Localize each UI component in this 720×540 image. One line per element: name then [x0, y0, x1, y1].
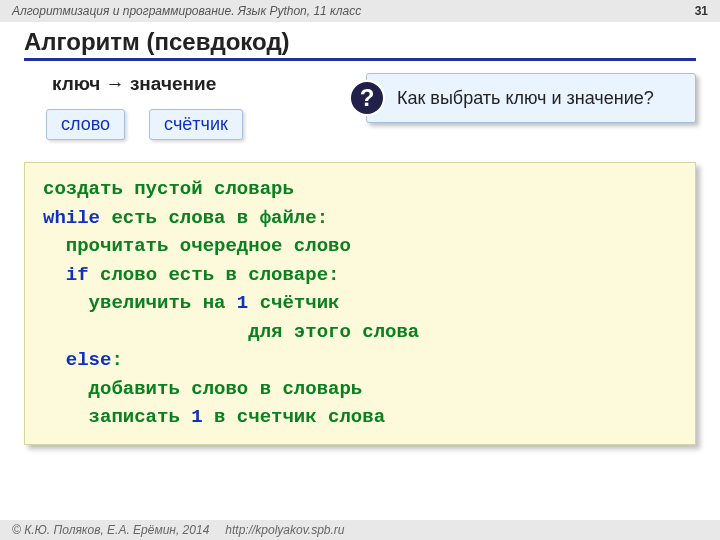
code-keyword-else: else	[66, 349, 112, 371]
page-number: 31	[695, 4, 708, 18]
code-number: 1	[191, 406, 202, 428]
code-keyword-while: while	[43, 207, 100, 229]
code-text: увеличить на	[43, 292, 237, 314]
question-mark-icon: ?	[349, 80, 385, 116]
question-text: Как выбрать ключ и значение?	[397, 88, 654, 109]
code-text: в счетчик слова	[203, 406, 385, 428]
code-line: добавить слово в словарь	[43, 378, 362, 400]
title-underline	[24, 58, 696, 61]
code-text: счётчик	[248, 292, 339, 314]
pseudocode-box: создать пустой словарь while есть слова …	[24, 162, 696, 445]
footer-url: http://kpolyakov.spb.ru	[225, 523, 344, 537]
code-text: слово есть в словаре:	[89, 264, 340, 286]
title-area: Алгоритм (псевдокод)	[0, 22, 720, 63]
footer-bar: © К.Ю. Поляков, Е.А. Ерёмин, 2014 http:/…	[0, 520, 720, 540]
code-text: есть слова в файле:	[100, 207, 328, 229]
course-label: Алгоритмизация и программирование. Язык …	[12, 4, 361, 18]
top-row: ключ → значение слово счётчик ? Как выбр…	[24, 73, 696, 140]
code-indent	[43, 349, 66, 371]
code-line: прочитать очередное слово	[43, 235, 351, 257]
code-keyword-if: if	[66, 264, 89, 286]
key-value-label: ключ → значение	[52, 73, 366, 95]
header-bar: Алгоритмизация и программирование. Язык …	[0, 0, 720, 22]
content-area: ключ → значение слово счётчик ? Как выбр…	[0, 63, 720, 445]
page-title: Алгоритм (псевдокод)	[24, 28, 696, 56]
code-line: для этого слова	[43, 321, 419, 343]
tag-value: счётчик	[149, 109, 243, 140]
tags-row: слово счётчик	[46, 109, 366, 140]
copyright-label: © К.Ю. Поляков, Е.А. Ерёмин, 2014	[12, 523, 209, 537]
code-indent	[43, 264, 66, 286]
left-column: ключ → значение слово счётчик	[24, 73, 366, 140]
code-number: 1	[237, 292, 248, 314]
tag-key: слово	[46, 109, 125, 140]
code-line: создать пустой словарь	[43, 178, 294, 200]
code-text: :	[111, 349, 122, 371]
code-text: записать	[43, 406, 191, 428]
question-box: ? Как выбрать ключ и значение?	[366, 73, 696, 123]
